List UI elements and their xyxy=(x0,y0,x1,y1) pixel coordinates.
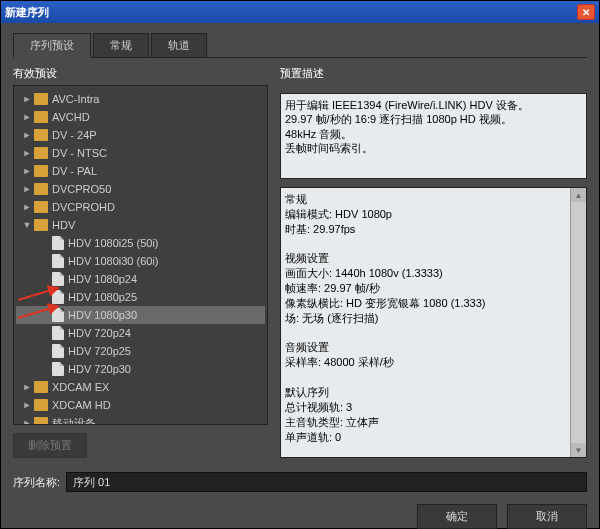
twisty-icon[interactable]: ▼ xyxy=(22,220,32,230)
tree-item-label: DV - PAL xyxy=(52,165,97,177)
tree-item-label: 移动设备 xyxy=(52,416,96,425)
ok-button[interactable]: 确定 xyxy=(417,504,497,529)
tree-item-label: DVCPROHD xyxy=(52,201,115,213)
sequence-name-input[interactable] xyxy=(66,472,587,492)
tree-item[interactable]: HDV 1080p24 xyxy=(16,270,265,288)
tree-folder[interactable]: ►DVCPRO50 xyxy=(16,180,265,198)
preset-file-icon xyxy=(52,344,64,358)
tree-folder[interactable]: ►移动设备 xyxy=(16,414,265,424)
sequence-name-label: 序列名称: xyxy=(13,475,60,490)
dialog-window: 新建序列 ✕ 序列预设 常规 轨道 有效预设 ►AVC-Intra►AVCHD►… xyxy=(0,0,600,529)
right-group-label: 预置描述 xyxy=(280,66,587,81)
twisty-icon[interactable]: ► xyxy=(22,400,32,410)
twisty-icon[interactable]: ► xyxy=(22,130,32,140)
tree-folder[interactable]: ►DVCPROHD xyxy=(16,198,265,216)
folder-icon xyxy=(34,93,48,105)
close-button[interactable]: ✕ xyxy=(577,4,595,20)
preset-file-icon xyxy=(52,290,64,304)
tab-general[interactable]: 常规 xyxy=(93,33,149,57)
titlebar: 新建序列 ✕ xyxy=(1,1,599,23)
tree-folder[interactable]: ►XDCAM HD xyxy=(16,396,265,414)
scroll-down-icon[interactable]: ▼ xyxy=(571,443,586,457)
tree-item[interactable]: HDV 720p24 xyxy=(16,324,265,342)
left-group-label: 有效预设 xyxy=(13,66,268,81)
tree-item-label: HDV 1080i25 (50i) xyxy=(68,237,159,249)
tree-folder[interactable]: ▼HDV xyxy=(16,216,265,234)
tree-item-label: HDV 720p24 xyxy=(68,327,131,339)
tree-item-label: DV - NTSC xyxy=(52,147,107,159)
tab-preset[interactable]: 序列预设 xyxy=(13,33,91,58)
folder-icon xyxy=(34,399,48,411)
folder-icon xyxy=(34,111,48,123)
folder-icon xyxy=(34,129,48,141)
folder-icon xyxy=(34,417,48,424)
tree-item-label: HDV 1080p24 xyxy=(68,273,137,285)
tree-item[interactable]: HDV 1080p30 xyxy=(16,306,265,324)
twisty-icon[interactable]: ► xyxy=(22,94,32,104)
tree-folder[interactable]: ►DV - 24P xyxy=(16,126,265,144)
tree-item[interactable]: HDV 720p30 xyxy=(16,360,265,378)
twisty-icon[interactable]: ► xyxy=(22,112,32,122)
tree-item-label: DVCPRO50 xyxy=(52,183,111,195)
tree-item-label: XDCAM HD xyxy=(52,399,111,411)
tree-item[interactable]: HDV 1080i25 (50i) xyxy=(16,234,265,252)
twisty-icon[interactable]: ► xyxy=(22,184,32,194)
tree-folder[interactable]: ►XDCAM EX xyxy=(16,378,265,396)
preset-file-icon xyxy=(52,362,64,376)
scroll-up-icon[interactable]: ▲ xyxy=(571,188,586,202)
folder-icon xyxy=(34,381,48,393)
tree-item-label: HDV 720p30 xyxy=(68,363,131,375)
cancel-button[interactable]: 取消 xyxy=(507,504,587,529)
scrollbar[interactable]: ▲ ▼ xyxy=(570,188,586,457)
twisty-icon[interactable]: ► xyxy=(22,202,32,212)
tab-tracks[interactable]: 轨道 xyxy=(151,33,207,57)
tree-folder[interactable]: ►AVCHD xyxy=(16,108,265,126)
preset-properties[interactable]: 常规 编辑模式: HDV 1080p 时基: 29.97fps 视频设置 画面大… xyxy=(281,188,586,457)
twisty-icon[interactable]: ► xyxy=(22,382,32,392)
tree-item-label: AVCHD xyxy=(52,111,90,123)
preset-tree[interactable]: ►AVC-Intra►AVCHD►DV - 24P►DV - NTSC►DV -… xyxy=(14,86,267,424)
delete-preset-button: 删除预置 xyxy=(13,433,87,458)
preset-properties-panel: 常规 编辑模式: HDV 1080p 时基: 29.97fps 视频设置 画面大… xyxy=(280,187,587,458)
tree-item[interactable]: HDV 1080p25 xyxy=(16,288,265,306)
preset-file-icon xyxy=(52,308,64,322)
twisty-icon[interactable]: ► xyxy=(22,166,32,176)
preset-file-icon xyxy=(52,272,64,286)
preset-description[interactable] xyxy=(280,93,587,179)
tree-folder[interactable]: ►AVC-Intra xyxy=(16,90,265,108)
folder-icon xyxy=(34,219,48,231)
preset-tree-panel: ►AVC-Intra►AVCHD►DV - 24P►DV - NTSC►DV -… xyxy=(13,85,268,425)
tree-item-label: HDV 720p25 xyxy=(68,345,131,357)
tree-item-label: HDV xyxy=(52,219,75,231)
folder-icon xyxy=(34,147,48,159)
preset-file-icon xyxy=(52,254,64,268)
tree-item-label: DV - 24P xyxy=(52,129,97,141)
folder-icon xyxy=(34,183,48,195)
tree-item-label: XDCAM EX xyxy=(52,381,109,393)
tree-item[interactable]: HDV 1080i30 (60i) xyxy=(16,252,265,270)
folder-icon xyxy=(34,201,48,213)
twisty-icon[interactable]: ► xyxy=(22,418,32,424)
folder-icon xyxy=(34,165,48,177)
tree-item-label: AVC-Intra xyxy=(52,93,99,105)
preset-file-icon xyxy=(52,236,64,250)
tree-item-label: HDV 1080p25 xyxy=(68,291,137,303)
tree-item-label: HDV 1080p30 xyxy=(68,309,137,321)
tree-item[interactable]: HDV 720p25 xyxy=(16,342,265,360)
tab-strip: 序列预设 常规 轨道 xyxy=(13,33,587,58)
tree-folder[interactable]: ►DV - NTSC xyxy=(16,144,265,162)
twisty-icon[interactable]: ► xyxy=(22,148,32,158)
window-title: 新建序列 xyxy=(5,5,577,20)
preset-file-icon xyxy=(52,326,64,340)
tree-folder[interactable]: ►DV - PAL xyxy=(16,162,265,180)
tree-item-label: HDV 1080i30 (60i) xyxy=(68,255,159,267)
